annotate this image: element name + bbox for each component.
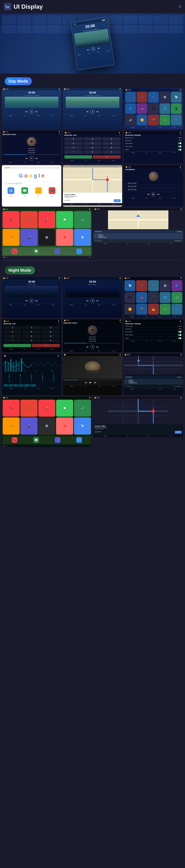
bt-settings-close[interactable]: ✕ xyxy=(180,134,182,136)
nav-gps-nm2[interactable]: GPS xyxy=(98,304,100,305)
night-call-answer[interactable]: 📞 xyxy=(3,344,31,347)
call-key-1[interactable]: 1 xyxy=(64,137,83,141)
nm2-next[interactable]: ⏭ xyxy=(97,300,99,302)
nav-auto-nm1[interactable]: AUTO xyxy=(51,304,54,305)
nav-auto-g[interactable]: AUTO xyxy=(50,195,53,197)
call-key-8[interactable]: 8 xyxy=(83,146,102,150)
nav-auto-nmed[interactable]: AUTO xyxy=(112,386,115,387)
call-key-6[interactable]: 6 xyxy=(102,142,121,145)
nav-bt-neq[interactable]: BT xyxy=(24,388,26,389)
night-phone-icon-9[interactable]: ❤️ xyxy=(56,417,73,434)
call-key-5[interactable]: 5 xyxy=(83,142,102,145)
local-music-close[interactable]: ✕ xyxy=(180,168,182,170)
night-app-2[interactable]: 🎵 xyxy=(136,280,147,291)
device-prev-btn[interactable]: ⏮ xyxy=(87,48,89,51)
nav-auto-nm2[interactable]: AUTO xyxy=(112,304,115,305)
nav-icon[interactable]: ≡ xyxy=(179,4,181,9)
night-call-key-8[interactable]: 8 xyxy=(23,335,41,338)
nav-bt-nag[interactable]: BT xyxy=(146,316,147,317)
nav-bt-btc[interactable]: BT xyxy=(85,160,87,161)
nav-email-d2[interactable]: EMAIL xyxy=(70,115,73,116)
night-phone-icon-6[interactable]: 📻 xyxy=(3,417,20,434)
bt-prev[interactable]: ⏮ xyxy=(25,157,28,160)
phone-icon-5[interactable]: 🔊 xyxy=(74,211,91,228)
nav-bt-ng[interactable]: BT xyxy=(127,243,128,244)
night-app-11[interactable]: ▶️ xyxy=(125,304,135,315)
lm-prev[interactable]: ⏮ xyxy=(147,193,150,195)
nbt-prev[interactable]: ⏮ xyxy=(86,346,88,348)
call-key-2[interactable]: 2 xyxy=(83,137,102,141)
app-icon-2[interactable]: 🎵 xyxy=(137,92,148,102)
night-toggle-power[interactable] xyxy=(178,337,182,339)
music-list-item-3[interactable]: 3 华乐_021.mp3 xyxy=(125,188,182,191)
night-np-prev[interactable]: ⏮ xyxy=(175,385,177,387)
nav-bt-bts[interactable]: BT xyxy=(146,152,148,153)
nav-email-nm2[interactable]: EMAIL xyxy=(70,304,73,305)
call-key-star[interactable]: * xyxy=(64,150,83,154)
night-app-10[interactable]: 🔊 xyxy=(171,292,182,303)
google-app-play[interactable]: ▶️ xyxy=(35,187,42,194)
call-key-9[interactable]: 9 xyxy=(102,146,121,150)
menu-button[interactable] xyxy=(4,3,11,10)
next-d1[interactable]: ⏭ xyxy=(35,110,38,113)
google-app-yt[interactable]: 📺 xyxy=(49,187,55,194)
nav-auto-nbtm[interactable]: AUTO xyxy=(112,350,115,351)
nav-auto-ng[interactable]: AUTO xyxy=(169,243,173,244)
nav-email-d1[interactable]: EMAIL xyxy=(9,115,12,116)
bt-music-close[interactable]: ✕ xyxy=(59,133,60,135)
night-app-5[interactable]: 🔵 xyxy=(171,280,182,291)
nbt-play[interactable]: ⏸ xyxy=(90,345,95,349)
google-app-maps[interactable]: 🗺️ xyxy=(7,187,14,194)
nav-email-nag[interactable]: EMAIL xyxy=(131,316,134,317)
night-settings-auto-connect[interactable]: Auto connect xyxy=(125,334,182,337)
nav-gps-nmed[interactable]: GPS xyxy=(98,386,100,387)
night-call-key-4[interactable]: 4 xyxy=(3,330,22,334)
night-call-key-5[interactable]: 5 xyxy=(23,330,41,334)
google-search-bar[interactable]: 🔍 Search or type URL xyxy=(3,182,60,185)
night-dock-phone[interactable]: 📞 xyxy=(12,437,17,443)
dock-phone[interactable]: 📞 xyxy=(12,248,17,254)
night-app-7[interactable]: 🚗 xyxy=(136,292,147,303)
play-d2[interactable]: ⏸ xyxy=(90,110,95,114)
phone-icon-2[interactable]: 🎵 xyxy=(20,211,37,228)
night-call-key-9[interactable]: 9 xyxy=(42,335,60,338)
nav-gps-nmap[interactable]: GPS xyxy=(148,435,150,436)
nav-email-nbts[interactable]: EMAIL xyxy=(131,341,135,342)
night-phone-icon-5[interactable]: 🔊 xyxy=(74,400,91,417)
device-next-btn[interactable]: ⏭ xyxy=(98,47,100,50)
night-nav-go-btn[interactable]: GO xyxy=(175,431,182,434)
nav-auto-nnav[interactable]: AUTO xyxy=(173,389,176,390)
toggle-auto-connect[interactable] xyxy=(178,146,182,148)
toggle-power[interactable] xyxy=(178,149,182,151)
nav-bt-nm2[interactable]: BT xyxy=(85,304,86,305)
nav-bt-lm[interactable]: BT xyxy=(146,198,148,199)
night-np-next[interactable]: ⏭ xyxy=(180,385,182,387)
nav-bt-nnav[interactable]: BT xyxy=(146,389,147,390)
night-dock-music[interactable]: 🎵 xyxy=(55,437,60,443)
toggle-auto-answer[interactable] xyxy=(178,142,182,144)
nav-bt-nmed[interactable]: BT xyxy=(85,386,86,387)
lm-next[interactable]: ⏭ xyxy=(157,193,160,195)
nav-gps-d1[interactable]: GPS xyxy=(37,115,39,116)
phone-icon-4[interactable]: 💬 xyxy=(56,211,73,228)
dock-music[interactable]: 🎵 xyxy=(55,248,60,254)
night-call-key-6[interactable]: 6 xyxy=(42,330,60,334)
bt-play[interactable]: ⏸ xyxy=(29,156,34,160)
nav-gps-btc[interactable]: GPS xyxy=(98,160,100,161)
night-app-13[interactable]: 📻 xyxy=(148,304,159,315)
nav-email-bts[interactable]: EMAIL xyxy=(131,152,135,153)
app-icon-10[interactable]: 📱 xyxy=(171,103,182,114)
nav-email-neq[interactable]: EMAIL xyxy=(10,388,13,389)
night-phone-icon-1[interactable]: 📞 xyxy=(3,400,20,417)
nav-bt-d2[interactable]: BT xyxy=(85,115,86,116)
prev-d1[interactable]: ⏮ xyxy=(25,110,28,113)
dock-safari[interactable]: 🌐 xyxy=(76,248,82,254)
app-icon-11[interactable]: 🔊 xyxy=(125,115,136,125)
eq-preset-classic[interactable]: Classic xyxy=(24,384,30,386)
nav-gps-nnav[interactable]: GPS xyxy=(159,389,161,390)
nav-bt-nbtm[interactable]: BT xyxy=(85,350,86,351)
nav-gps-bts[interactable]: GPS xyxy=(159,152,161,153)
media-play-btn[interactable]: ▶ xyxy=(89,381,91,384)
night-call-key-1[interactable]: 1 xyxy=(3,326,22,329)
call-key-7[interactable]: 7 xyxy=(64,146,83,150)
